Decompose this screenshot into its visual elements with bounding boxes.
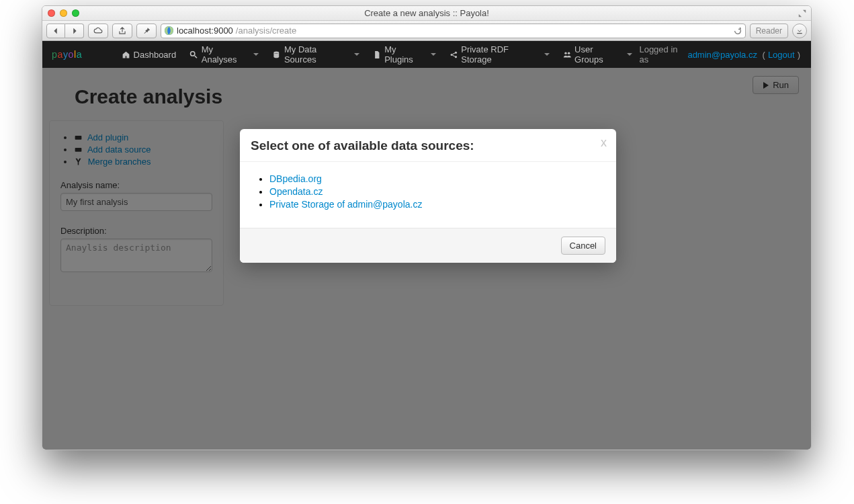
data-source-option[interactable]: Opendata.cz [269, 186, 323, 197]
share-icon [118, 26, 127, 36]
share-nodes-icon [450, 50, 458, 59]
pin-icon [142, 26, 151, 36]
nav-label: User Groups [574, 44, 622, 65]
nav-buttons [46, 24, 84, 38]
nav-label: Private RDF Storage [461, 44, 539, 65]
nav-my-analyses[interactable]: My Analyses [183, 41, 265, 68]
logged-in-text: Logged in as [639, 44, 685, 65]
modal-close-button[interactable]: x [601, 136, 607, 150]
logout-link[interactable]: Logout [768, 50, 795, 60]
cancel-button[interactable]: Cancel [561, 237, 605, 255]
site-icon [164, 26, 174, 36]
nav-my-data-sources[interactable]: My Data Sources [265, 41, 366, 68]
search-icon [189, 50, 198, 59]
address-bar[interactable]: localhost:9000/analysis/create [161, 24, 746, 38]
nav-user-groups[interactable]: User Groups [556, 41, 640, 68]
nav-label: My Data Sources [284, 44, 349, 65]
chevron-down-icon [544, 53, 550, 56]
list-item: Private Storage of admin@payola.cz [269, 199, 604, 210]
url-host: localhost:9000 [177, 26, 233, 36]
modal-body: DBpedia.org Opendata.cz Private Storage … [240, 162, 616, 228]
reader-label: Reader [756, 26, 782, 36]
data-source-option[interactable]: DBpedia.org [269, 173, 322, 184]
nav-label: My Plugins [384, 44, 425, 65]
chevron-down-icon [627, 53, 632, 56]
nav-user-area: Logged in as admin@payola.cz (Logout) [639, 44, 804, 65]
browser-window: Create a new analysis :: Payola! localho… [42, 5, 812, 450]
file-icon [373, 50, 382, 59]
app-body: Create analysis Add plugin Add data sour… [42, 68, 811, 450]
forward-button[interactable] [65, 24, 84, 38]
svg-point-13 [567, 52, 569, 54]
app-navbar: payola Dashboard My Analyses My Data Sou… [42, 41, 811, 68]
brand-logo[interactable]: payola [52, 49, 103, 60]
share-button[interactable] [112, 24, 132, 38]
svg-text:a: a [77, 49, 82, 60]
chevron-left-icon [51, 26, 60, 36]
svg-point-9 [450, 53, 452, 55]
icloud-button[interactable] [88, 24, 108, 38]
user-email-link[interactable]: admin@payola.cz [687, 50, 757, 60]
svg-point-7 [191, 51, 195, 55]
back-button[interactable] [46, 24, 65, 38]
url-path: /analysis/create [236, 26, 296, 36]
svg-point-10 [454, 51, 456, 53]
svg-point-12 [564, 52, 566, 54]
list-item: DBpedia.org [269, 173, 604, 184]
svg-point-8 [274, 51, 280, 53]
modal-title: Select one of available data sources: [251, 138, 605, 153]
nav-private-rdf-storage[interactable]: Private RDF Storage [443, 41, 556, 68]
database-icon [272, 50, 281, 59]
chevron-down-icon [354, 53, 359, 56]
nav-my-plugins[interactable]: My Plugins [366, 41, 443, 68]
nav-dashboard[interactable]: Dashboard [115, 41, 183, 68]
svg-text:l: l [74, 49, 76, 60]
users-icon [563, 50, 572, 59]
chevron-down-icon [431, 53, 436, 56]
svg-text:p: p [52, 49, 57, 60]
svg-point-11 [454, 56, 456, 58]
window-title-bar: Create a new analysis :: Payola! [42, 6, 811, 21]
reload-icon[interactable] [733, 26, 742, 36]
chevron-right-icon [70, 26, 79, 36]
modal-footer: Cancel [240, 228, 616, 263]
browser-toolbar: localhost:9000/analysis/create Reader [42, 21, 811, 41]
fullscreen-icon[interactable] [798, 9, 807, 18]
window-title: Create a new analysis :: Payola! [42, 8, 811, 18]
downloads-button[interactable] [792, 24, 807, 38]
svg-text:o: o [69, 49, 74, 60]
reader-button[interactable]: Reader [750, 24, 788, 38]
modal-header: x Select one of available data sources: [240, 129, 616, 162]
data-source-modal: x Select one of available data sources: … [240, 129, 616, 263]
chevron-down-icon [253, 53, 259, 56]
svg-text:a: a [57, 49, 62, 60]
nav-label: My Analyses [202, 44, 249, 65]
list-item: Opendata.cz [269, 186, 604, 197]
cloud-icon [93, 26, 103, 36]
data-source-list: DBpedia.org Opendata.cz Private Storage … [252, 173, 604, 210]
home-icon [122, 50, 130, 59]
download-icon [796, 27, 804, 35]
pin-button[interactable] [136, 24, 157, 38]
data-source-option[interactable]: Private Storage of admin@payola.cz [269, 199, 422, 210]
nav-label: Dashboard [134, 50, 177, 60]
app: payola Dashboard My Analyses My Data Sou… [42, 41, 811, 450]
